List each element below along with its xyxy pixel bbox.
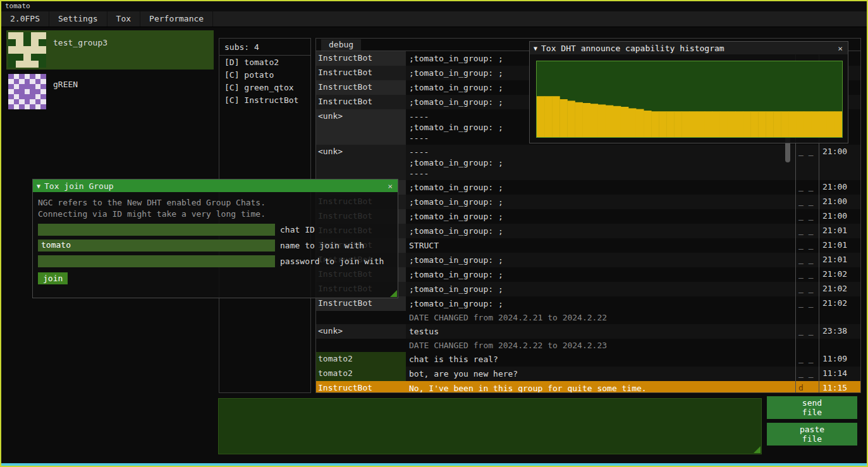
message-row[interactable]: <unk>----;tomato_in_group: ;----_ _21:00 [316, 145, 860, 180]
sender-name: tomato2 [316, 352, 406, 367]
message-text: bot, are you new here? [406, 367, 795, 381]
message-flags: _ _ [795, 180, 819, 195]
message-row[interactable]: <unk>testus_ _23:38 [316, 324, 860, 339]
join-field-row: chat ID [38, 224, 393, 236]
message-time: 21:00 [819, 209, 860, 224]
sender-name: <unk> [316, 145, 406, 180]
paste-file-label: file [802, 434, 822, 444]
paste-file-label: paste [800, 425, 824, 434]
member-item[interactable]: [D] tomato2 [219, 56, 310, 68]
resize-grip-icon[interactable] [754, 446, 761, 453]
sender-name: <unk> [316, 109, 406, 145]
close-icon[interactable]: × [386, 181, 394, 191]
message-time: 21:01 [819, 238, 860, 253]
field-label: name to join with [280, 241, 364, 250]
message-text: ;tomato_in_group: ; [406, 296, 795, 311]
join-group-title: Tox join Group [44, 181, 114, 191]
message-flags: d [795, 381, 819, 392]
dht-histogram-title: Tox DHT announce capability histogram [541, 44, 724, 53]
member-item[interactable]: [C] InstructBot [219, 94, 310, 106]
group-list: test_group3 [6, 30, 214, 114]
message-time: 11:14 [819, 367, 860, 381]
date-row: DATE CHANGED from 2024.2.21 to 2024.2.22 [316, 311, 860, 324]
message-flags: _ _ [795, 238, 819, 253]
join-field-row: tomatoname to join with [38, 240, 393, 252]
message-time: 21:00 [819, 195, 860, 209]
menu-item-performance[interactable]: Performance [140, 11, 213, 27]
join-button[interactable]: join [38, 272, 68, 284]
message-text: ;tomato_in_group: ; [406, 267, 795, 282]
member-item[interactable]: [C] potato [219, 68, 310, 81]
message-text: ;tomato_in_group: ; [406, 209, 795, 224]
field-label: password to join with [280, 257, 384, 266]
send-file-label: send [802, 398, 822, 408]
group-name: gREEN [53, 80, 78, 89]
message-flags: _ _ [795, 296, 819, 311]
message-flags: _ _ [795, 267, 819, 282]
menu-item-tox[interactable]: Tox [107, 11, 140, 27]
message-input[interactable] [218, 398, 762, 454]
sender-name [316, 311, 406, 324]
join-name-input[interactable]: tomato [38, 240, 275, 252]
message-row[interactable]: InstructBotNo, I've been in this group f… [316, 381, 860, 392]
message-time: 21:01 [819, 253, 860, 267]
message-flags: _ _ [795, 367, 819, 381]
join-info-line: Connecting via ID might take a very long… [38, 209, 393, 220]
message-text: STRUCT [406, 238, 795, 253]
chat-id-input[interactable] [38, 224, 275, 236]
message-flags: _ _ [795, 282, 819, 296]
message-text: ;tomato_in_group: ; [406, 224, 795, 238]
message-text: No, I've been in this group for quite so… [406, 381, 795, 392]
fps-label: 2.0FPS [1, 11, 49, 27]
join-info-line: NGC refers to the New DHT enabled Group … [38, 197, 393, 209]
collapse-arrow-icon[interactable]: ▼ [534, 45, 537, 52]
sender-name [316, 339, 406, 352]
message-row[interactable]: tomato2bot, are you new here?_ _11:14 [316, 367, 860, 381]
close-icon[interactable]: × [836, 44, 844, 53]
message-time [819, 311, 860, 324]
join-group-titlebar: ▼ Tox join Group × [33, 179, 398, 192]
message-time: 21:01 [819, 224, 860, 238]
sender-name: InstructBot [316, 95, 406, 109]
message-text: ----;tomato_in_group: ;---- [406, 145, 795, 180]
join-group-body: NGC refers to the New DHT enabled Group … [33, 192, 398, 288]
message-text: ;tomato_in_group: ; [406, 253, 795, 267]
paste-file-button[interactable]: paste file [767, 423, 857, 446]
sender-name: InstructBot [316, 296, 406, 311]
field-label: chat ID [280, 225, 315, 234]
message-time: 21:02 [819, 296, 860, 311]
message-flags: _ _ [795, 209, 819, 224]
tab-debug[interactable]: debug [321, 39, 361, 51]
message-flags: _ _ [795, 352, 819, 367]
send-file-button[interactable]: send file [767, 396, 857, 419]
join-group-window: ▼ Tox join Group × NGC refers to the New… [32, 179, 398, 298]
join-password-input[interactable] [38, 255, 275, 267]
message-flags [795, 339, 819, 352]
group-item-test_group3[interactable]: test_group3 [6, 30, 214, 70]
message-flags: _ _ [795, 145, 819, 180]
message-text: chat is this real? [406, 352, 795, 367]
dht-histogram-body [530, 55, 848, 143]
message-time: 11:09 [819, 352, 860, 367]
collapse-arrow-icon[interactable]: ▼ [37, 183, 40, 190]
resize-grip-icon[interactable] [390, 290, 397, 297]
group-avatar [8, 74, 46, 109]
sender-name: InstructBot [316, 80, 406, 95]
join-fields: chat IDtomatoname to join withpassword t… [38, 224, 393, 267]
window-titlebar: tomato [1, 1, 867, 11]
message-time: 11:15 [819, 381, 860, 392]
dht-histogram-window: ▼ Tox DHT announce capability histogram … [529, 41, 848, 143]
member-item[interactable]: [C] green_qtox [219, 81, 310, 94]
menu-item-settings[interactable]: Settings [49, 11, 107, 27]
message-row[interactable]: InstructBot;tomato_in_group: ;_ _21:02 [316, 296, 860, 311]
group-name: test_group3 [53, 38, 107, 47]
message-row[interactable]: tomato2chat is this real?_ _11:09 [316, 352, 860, 367]
menu-bar: 2.0FPSSettingsToxPerformance [1, 11, 867, 27]
message-time: 23:38 [819, 324, 860, 339]
histogram-bars [537, 61, 842, 137]
send-file-label: file [802, 408, 822, 417]
group-item-gREEN[interactable]: gREEN [6, 72, 214, 111]
message-text: testus [406, 324, 795, 339]
sender-name: tomato2 [316, 367, 406, 381]
message-time [819, 339, 860, 352]
